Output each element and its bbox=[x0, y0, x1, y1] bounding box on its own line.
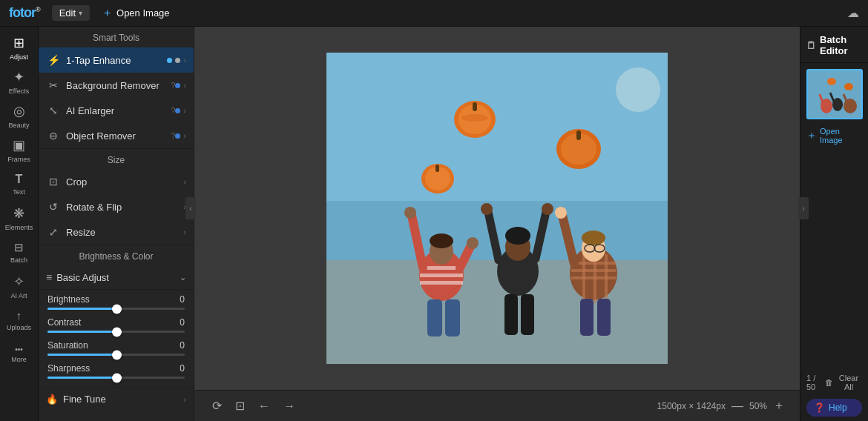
elements-icon: ❋ bbox=[13, 205, 24, 222]
brightness-section-title: Brightness & Color bbox=[39, 245, 194, 265]
svg-rect-48 bbox=[580, 299, 594, 336]
clear-all-button[interactable]: 🗑 Clear All bbox=[825, 374, 862, 391]
tool-crop[interactable]: ⊡ Crop › bbox=[39, 169, 194, 194]
basic-adjust-row[interactable]: ≡ Basic Adjust ⌄ bbox=[39, 265, 194, 290]
contrast-track[interactable] bbox=[47, 331, 185, 333]
svg-point-50 bbox=[616, 67, 660, 112]
basic-adjust-chevron: ⌄ bbox=[180, 273, 186, 282]
tool-resize[interactable]: ⤢ Resize › bbox=[39, 219, 194, 245]
svg-rect-15 bbox=[420, 274, 463, 277]
contrast-fill bbox=[47, 331, 116, 333]
brightness-thumb[interactable] bbox=[112, 304, 122, 314]
batch-editor-header: 🗒 Batch Editor bbox=[800, 27, 868, 63]
help-icon: ❓ bbox=[814, 402, 825, 413]
contrast-thumb[interactable] bbox=[112, 327, 122, 337]
saturation-label: Saturation bbox=[47, 340, 88, 351]
thumbnail-image bbox=[806, 69, 863, 119]
fine-tune-label: Fine Tune bbox=[63, 394, 183, 405]
image-counter: 1 / 50 bbox=[806, 374, 825, 391]
sidebar-item-elements[interactable]: ❋ Elements bbox=[3, 202, 36, 234]
sidebar-item-effects[interactable]: ✦ Effects bbox=[3, 65, 36, 98]
sharpness-track[interactable] bbox=[47, 377, 185, 379]
saturation-thumb[interactable] bbox=[112, 350, 122, 359]
ai-dot bbox=[175, 108, 180, 113]
size-section-title: Size bbox=[39, 148, 194, 169]
image-dimensions: 1500px × 1424px bbox=[657, 401, 726, 411]
basic-adjust-icon: ≡ bbox=[46, 271, 52, 283]
resize-icon: ⤢ bbox=[46, 225, 61, 239]
sidebar-item-beauty[interactable]: ◎ Beauty bbox=[3, 99, 36, 132]
sidebar-item-more[interactable]: ••• More bbox=[3, 338, 36, 371]
history-back-button[interactable]: ⟳ bbox=[209, 396, 225, 416]
obj-dot bbox=[175, 133, 180, 139]
saturation-track[interactable] bbox=[47, 354, 185, 356]
trash-icon: 🗑 bbox=[825, 378, 833, 387]
svg-rect-49 bbox=[597, 299, 611, 336]
background-remover-icon: ✂ bbox=[46, 78, 61, 93]
brightness-track[interactable] bbox=[47, 308, 185, 310]
batch-label: Batch bbox=[10, 256, 27, 264]
undo-button[interactable]: ← bbox=[255, 397, 273, 416]
svg-point-42 bbox=[582, 231, 605, 245]
tool-background-remover[interactable]: ✂ Background Remover ? › bbox=[39, 73, 194, 98]
background-remover-label: Background Remover bbox=[66, 80, 168, 91]
tool-rotate-flip[interactable]: ↺ Rotate & Flip › bbox=[39, 194, 194, 219]
canvas-content: ‹ bbox=[194, 27, 800, 390]
zoom-controls: 1500px × 1424px — 50% ＋ bbox=[657, 398, 785, 414]
crop-expand-icon: › bbox=[183, 177, 186, 186]
sidebar-item-text[interactable]: T Text bbox=[3, 168, 36, 200]
svg-point-27 bbox=[505, 227, 530, 245]
open-image-right-button[interactable]: ＋ Open Image bbox=[806, 124, 862, 147]
contrast-value: 0 bbox=[180, 317, 185, 328]
svg-rect-16 bbox=[420, 281, 463, 285]
sidebar-item-frames[interactable]: ▣ Frames bbox=[3, 133, 36, 166]
ai-art-icon: ✧ bbox=[13, 274, 24, 290]
batch-icon: ⊟ bbox=[14, 241, 24, 254]
sidebar-item-ai-art[interactable]: ✧ AI Art bbox=[3, 270, 36, 302]
counter-row: 1 / 50 🗑 Clear All bbox=[800, 371, 868, 394]
redo-button[interactable]: → bbox=[280, 397, 298, 416]
obj-expand-icon: › bbox=[183, 131, 186, 140]
svg-rect-51 bbox=[808, 70, 863, 119]
brightness-slider-row: Brightness 0 bbox=[47, 294, 185, 310]
svg-rect-40 bbox=[605, 254, 608, 303]
sidebar-item-uploads[interactable]: ↑ Uploads bbox=[3, 304, 36, 337]
svg-point-6 bbox=[461, 114, 488, 122]
contrast-slider-row: Contrast 0 bbox=[47, 317, 185, 333]
one-tap-enhance-label: 1-Tap Enhance bbox=[66, 55, 167, 66]
text-icon: T bbox=[16, 173, 23, 186]
open-image-right-label: Open Image bbox=[820, 127, 862, 145]
collapse-right-handle[interactable]: › bbox=[798, 197, 809, 219]
adjust-icon: ⊞ bbox=[13, 35, 24, 51]
more-label: More bbox=[11, 356, 27, 363]
topbar: fotor® Edit ▾ ＋ Open Image ☁ bbox=[0, 0, 868, 27]
saturation-fill bbox=[47, 354, 116, 356]
main-image bbox=[326, 53, 668, 364]
cloud-icon[interactable]: ☁ bbox=[847, 6, 859, 20]
sharpness-label: Sharpness bbox=[47, 363, 90, 374]
plus-icon: ＋ bbox=[102, 6, 113, 20]
zoom-in-button[interactable]: ＋ bbox=[773, 398, 785, 414]
fit-button[interactable]: ⊡ bbox=[232, 396, 248, 416]
edit-label: Edit bbox=[59, 7, 76, 19]
zoom-out-button[interactable]: — bbox=[731, 400, 743, 413]
sharpness-thumb[interactable] bbox=[112, 373, 122, 382]
right-panel: 🗒 Batch Editor bbox=[800, 27, 868, 421]
canvas-area: ‹ bbox=[194, 27, 800, 421]
tool-object-remover[interactable]: ⊖ Object Remover ? › bbox=[39, 123, 194, 148]
ai-expand-icon: › bbox=[183, 106, 186, 115]
effects-label: Effects bbox=[9, 87, 29, 95]
tool-ai-enlarger[interactable]: ⤡ AI Enlarger ? › bbox=[39, 98, 194, 123]
help-button[interactable]: ❓ Help bbox=[806, 399, 862, 417]
edit-button[interactable]: Edit ▾ bbox=[52, 5, 90, 21]
sidebar-item-adjust[interactable]: ⊞ Adjust bbox=[3, 31, 36, 64]
open-image-button[interactable]: ＋ Open Image bbox=[102, 6, 170, 20]
batch-editor-label: Batch Editor bbox=[820, 34, 862, 56]
fine-tune-row[interactable]: 🔥 Fine Tune › bbox=[39, 388, 194, 410]
sidebar-item-batch[interactable]: ⊟ Batch bbox=[3, 236, 36, 268]
collapse-left-handle[interactable]: ‹ bbox=[185, 197, 196, 219]
fine-tune-expand-icon: › bbox=[183, 395, 186, 404]
contrast-label: Contrast bbox=[47, 317, 81, 328]
expand-icon: › bbox=[183, 56, 186, 64]
tool-one-tap-enhance[interactable]: ⚡ 1-Tap Enhance › bbox=[39, 47, 194, 73]
